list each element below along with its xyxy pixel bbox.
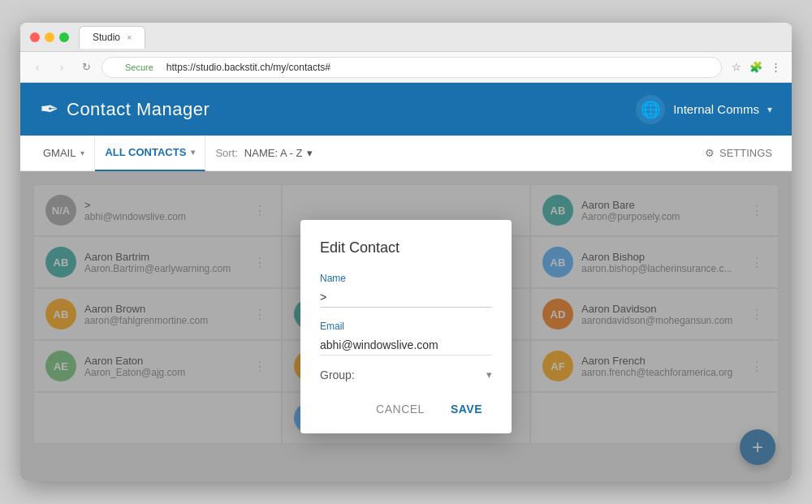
tab-area: Studio × (79, 26, 782, 49)
modal-overlay: Edit Contact Name Email abhi@windowslive… (20, 171, 792, 481)
globe-icon: 🌐 (636, 95, 665, 124)
app-logo: ✒ Contact Manager (40, 96, 209, 123)
dialog-actions: CANCEL SAVE (320, 398, 492, 420)
group-chevron-icon[interactable]: ▾ (486, 368, 492, 381)
all-contacts-label: ALL CONTACTS (105, 146, 186, 158)
cancel-button[interactable]: CANCEL (366, 398, 434, 420)
group-label: Group: (320, 368, 355, 381)
app-title: Contact Manager (67, 99, 209, 120)
gmail-label: GMAIL (43, 147, 76, 159)
tab-close-button[interactable]: × (127, 32, 132, 42)
gear-icon: ⚙ (705, 147, 715, 159)
sort-label: Sort: (215, 147, 237, 159)
close-traffic-light[interactable] (30, 32, 40, 42)
user-area[interactable]: 🌐 Internal Comms ▾ (636, 95, 772, 124)
browser-toolbar-icons: ☆ 🧩 ⋮ (728, 59, 784, 75)
logo-icon: ✒ (40, 96, 58, 123)
gmail-chevron-icon: ▾ (80, 149, 84, 157)
forward-button[interactable]: › (53, 58, 71, 76)
email-field-label: Email (320, 321, 492, 332)
menu-icon[interactable]: ⋮ (767, 59, 784, 75)
minimize-traffic-light[interactable] (45, 32, 54, 42)
maximize-traffic-light[interactable] (59, 32, 69, 42)
reload-button[interactable]: ↻ (77, 58, 95, 76)
name-field-label: Name (320, 273, 492, 284)
name-field-input[interactable] (320, 287, 492, 308)
extension-icon[interactable]: 🧩 (748, 59, 764, 75)
all-contacts-chevron-icon: ▾ (191, 148, 195, 157)
secure-label: Secure (125, 62, 153, 72)
star-icon[interactable]: ☆ (728, 59, 745, 75)
main-toolbar: GMAIL ▾ ALL CONTACTS ▾ Sort: NAME: A - Z… (20, 136, 792, 171)
back-button[interactable]: ‹ (28, 58, 46, 76)
app-container: ✒ Contact Manager 🌐 Internal Comms ▾ GMA… (20, 83, 792, 481)
dialog-title: Edit Contact (320, 239, 492, 256)
url-bar[interactable]: Secure https://studio.backstit.ch/my/con… (102, 57, 722, 78)
app-header: ✒ Contact Manager 🌐 Internal Comms ▾ (20, 83, 792, 136)
address-bar: ‹ › ↻ Secure https://studio.backstit.ch/… (20, 52, 792, 83)
sort-chevron-icon: ▾ (307, 147, 313, 159)
sort-dropdown[interactable]: NAME: A - Z ▾ (238, 147, 320, 159)
traffic-lights (30, 32, 69, 42)
user-name: Internal Comms (673, 102, 759, 116)
tab-title: Studio (93, 32, 120, 43)
all-contacts-button[interactable]: ALL CONTACTS ▾ (95, 136, 205, 171)
gmail-button[interactable]: GMAIL ▾ (33, 136, 95, 171)
url-text: https://studio.backstit.ch/my/contacts# (153, 62, 330, 73)
sort-value-text: NAME: A - Z (244, 147, 303, 159)
browser-window: Studio × ‹ › ↻ Secure https://studio.bac… (20, 23, 792, 481)
settings-button[interactable]: ⚙ SETTINGS (698, 147, 779, 159)
email-field-value: abhi@windowslive.com (320, 335, 492, 355)
group-row: Group: ▾ (320, 368, 492, 381)
user-chevron-icon: ▾ (767, 104, 772, 115)
save-button[interactable]: SAVE (441, 398, 492, 420)
edit-contact-dialog: Edit Contact Name Email abhi@windowslive… (300, 220, 512, 433)
browser-tab[interactable]: Studio × (79, 26, 145, 49)
title-bar: Studio × (20, 23, 792, 52)
content-area: N/A > abhi@windowslive.com ⋮ AB Aaron Ba… (20, 171, 792, 481)
settings-label: SETTINGS (719, 147, 772, 159)
